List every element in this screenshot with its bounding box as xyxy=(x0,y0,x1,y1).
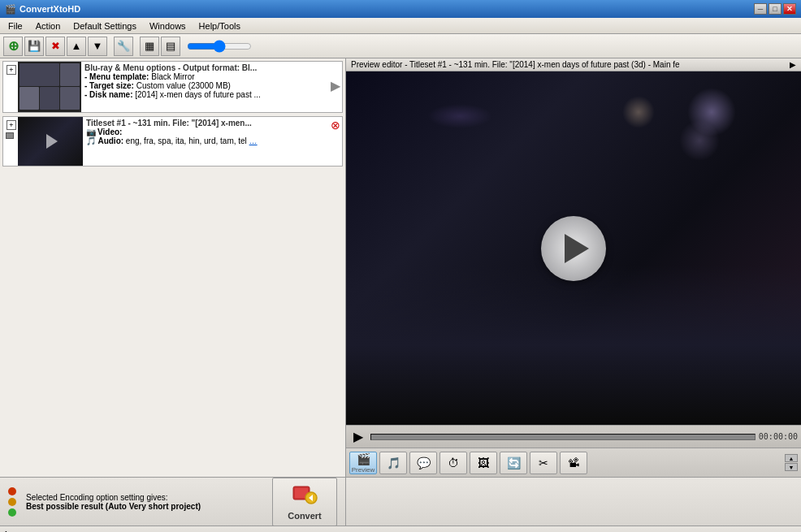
scroll-arrow-right[interactable]: ▶ xyxy=(331,78,340,93)
minimize-button[interactable]: ─ xyxy=(754,3,767,15)
title-bar-left: 🎬 ConvertXtoHD xyxy=(5,4,80,15)
progress-bar[interactable] xyxy=(370,434,756,440)
titleset-video: 📷 Video: xyxy=(86,128,326,136)
bluray-menu-template: - Menu template: Black Mirror xyxy=(84,72,327,81)
player-toolbar: 🎬 Preview 🎵 💬 ⏱ 🖼 🔄 ✂ 📽 xyxy=(346,448,801,477)
video-light-2 xyxy=(622,96,655,128)
status-area: Selected Encoding option setting gives: … xyxy=(0,477,801,526)
audio-tab-icon: 🎵 xyxy=(387,456,400,469)
cut-tab-icon: ✂ xyxy=(539,456,548,469)
chapter-tab[interactable]: ⏱ xyxy=(439,452,467,474)
scene-tab-icon: 🖼 xyxy=(478,456,489,469)
add-button[interactable]: ⊕ xyxy=(3,37,23,56)
scroll-btns: ▲ ▼ xyxy=(785,454,798,471)
chapter-tab-icon: ⏱ xyxy=(448,456,459,469)
title-bar-controls: ─ □ ✕ xyxy=(754,3,796,15)
play-pause-button[interactable]: ▶ xyxy=(349,428,367,446)
close-button[interactable]: ✕ xyxy=(783,3,796,15)
move-down-button[interactable]: ▼ xyxy=(88,37,107,56)
bluray-disk-name: - Disk name: [2014] x-men days of future… xyxy=(84,90,327,99)
preview-tab[interactable]: 🎬 Preview xyxy=(349,452,377,474)
preview-header-arrow[interactable]: ▶ xyxy=(790,60,796,69)
preview-tab-label: Preview xyxy=(352,466,375,474)
right-panel: Preview editor - Titleset #1 - ~131 min.… xyxy=(346,58,801,477)
bluray-info: Blu-ray & Menu options - Output format: … xyxy=(81,62,342,101)
toolbar: ⊕ 💾 ✖ ▲ ▼ 🔧 ▦ ▤ xyxy=(0,34,801,58)
play-button-large[interactable] xyxy=(541,216,606,281)
bluray-target-size: - Target size: Custom value (23000 MB) xyxy=(84,81,327,90)
bluray-thumbnail xyxy=(18,62,81,112)
preview-header-text: Preview editor - Titleset #1 - ~131 min.… xyxy=(351,60,680,69)
status-line-1: Selected Encoding option setting gives: xyxy=(26,493,262,502)
status-line-2: Best possible result (Auto Very short pr… xyxy=(26,502,262,511)
convert-icon xyxy=(292,483,318,511)
menu-action[interactable]: Action xyxy=(29,19,67,32)
segments-tab[interactable]: 📽 xyxy=(560,452,587,474)
title-bar: 🎬 ConvertXtoHD ─ □ ✕ xyxy=(0,0,801,18)
titleset-thumbnail xyxy=(18,117,83,166)
time-display: 00:00:00 xyxy=(759,432,798,441)
scene-light-3 xyxy=(427,104,492,128)
view-grid-button[interactable]: ▦ xyxy=(140,37,159,56)
restore-button[interactable]: □ xyxy=(769,3,782,15)
status-right xyxy=(346,477,801,526)
traffic-light-yellow xyxy=(8,498,16,506)
main-area: + Blu-ray & Menu options - Output format… xyxy=(0,58,801,477)
traffic-light-red xyxy=(8,487,16,495)
traffic-lights xyxy=(5,484,19,520)
effects-tab-icon: 🔄 xyxy=(507,456,521,469)
save-button[interactable]: 💾 xyxy=(24,37,44,56)
preview-tab-icon: 🎬 xyxy=(357,452,370,465)
audio-more-link[interactable]: … xyxy=(249,136,258,145)
svg-rect-1 xyxy=(6,133,13,138)
video-preview[interactable] xyxy=(346,71,801,425)
zoom-slider[interactable] xyxy=(187,40,252,53)
menu-default-settings[interactable]: Default Settings xyxy=(67,19,143,32)
cut-tab[interactable]: ✂ xyxy=(530,452,557,474)
left-panel-empty xyxy=(0,168,345,477)
subtitle-tab-icon: 💬 xyxy=(417,456,431,469)
scene-light-4 xyxy=(679,120,720,161)
move-up-button[interactable]: ▲ xyxy=(67,37,86,56)
settings-button[interactable]: 🔧 xyxy=(114,37,133,56)
traffic-light-green xyxy=(8,508,16,517)
status-text: Selected Encoding option setting gives: … xyxy=(24,490,264,514)
status-left: Selected Encoding option setting gives: … xyxy=(0,477,346,526)
convert-label: Convert xyxy=(288,511,322,521)
delete-button[interactable]: ✖ xyxy=(45,37,65,56)
error-icon: ⊗ xyxy=(331,119,340,132)
expand-titleset[interactable]: + xyxy=(6,120,16,130)
menu-help-tools[interactable]: Help/Tools xyxy=(193,19,247,32)
menu-windows[interactable]: Windows xyxy=(143,19,193,32)
video-crowd xyxy=(346,266,801,425)
titleset-item: + Titleset #1 - ~131 min. File: "[2014] … xyxy=(2,116,343,167)
preview-header: Preview editor - Titleset #1 - ~131 min.… xyxy=(346,58,801,71)
convert-button[interactable]: Convert xyxy=(272,478,337,526)
scene-tab[interactable]: 🖼 xyxy=(470,452,497,474)
titleset-audio: 🎵 Audio: eng, fra, spa, ita, hin, urd, t… xyxy=(86,136,326,145)
expand-area-2: + xyxy=(3,117,18,143)
app-icon: 🎬 xyxy=(5,4,16,15)
segments-tab-icon: 📽 xyxy=(568,456,579,469)
titleset-title: Titleset #1 - ~131 min. File: "[2014] x-… xyxy=(86,119,326,128)
log-bar: Log xyxy=(0,526,801,532)
titleset-info: Titleset #1 - ~131 min. File: "[2014] x-… xyxy=(83,117,342,147)
view-list-button[interactable]: ▤ xyxy=(161,37,180,56)
scroll-up-button[interactable]: ▲ xyxy=(785,454,798,462)
menu-bar: File Action Default Settings Windows Hel… xyxy=(0,18,801,34)
expand-bluray[interactable]: + xyxy=(6,65,16,75)
titleset-icon xyxy=(5,132,15,141)
bluray-title: Blu-ray & Menu options - Output format: … xyxy=(84,63,327,72)
expand-area-1: + xyxy=(3,62,18,76)
app-title: ConvertXtoHD xyxy=(19,4,80,14)
effects-tab[interactable]: 🔄 xyxy=(500,452,527,474)
player-controls: ▶ 00:00:00 xyxy=(346,425,801,448)
subtitle-tab[interactable]: 💬 xyxy=(409,452,437,474)
scroll-down-button[interactable]: ▼ xyxy=(785,463,798,471)
audio-tab[interactable]: 🎵 xyxy=(379,452,407,474)
left-panel: + Blu-ray & Menu options - Output format… xyxy=(0,58,346,477)
menu-file[interactable]: File xyxy=(2,19,29,32)
